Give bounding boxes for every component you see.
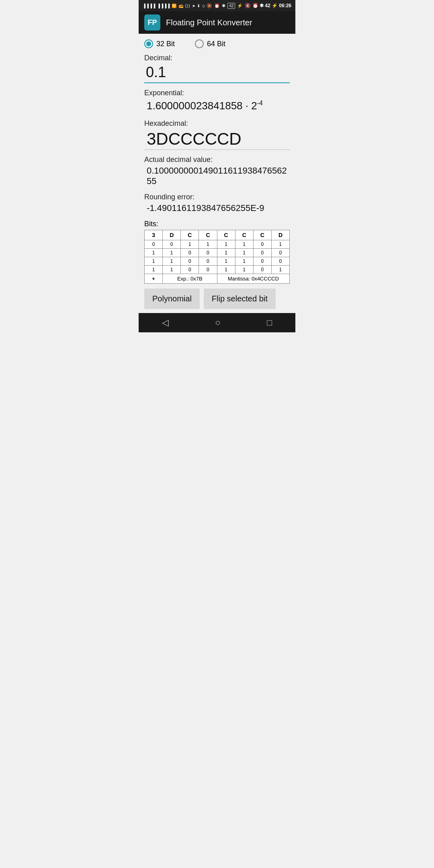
recent-button[interactable]: □ — [267, 317, 272, 328]
exponential-label: Exponential: — [144, 89, 290, 97]
actual-decimal-value: 0.10000000014901161193847656255 — [144, 165, 290, 187]
exp-indicator: Exp.: 0x7B — [163, 274, 217, 284]
bit-29[interactable]: 1 — [235, 266, 253, 274]
status-bar: ▐▐▐▐ ▐▐▐▐ 🛜 📻 ()) ➤ ⬇ ◇ 🔕 ⏰ ✱ 42 ⚡ 🔇 ⏰ ✱… — [139, 0, 295, 11]
hexadecimal-label: Hexadecimal: — [144, 119, 290, 128]
hex-digits-row: 3 D C C C C C D — [145, 230, 290, 240]
bit-27[interactable]: 0 — [199, 266, 217, 274]
bit-8[interactable]: 1 — [145, 249, 163, 257]
status-left: ▐▐▐▐ ▐▐▐▐ 🛜 📻 ()) ➤ ⬇ ◇ — [143, 4, 206, 8]
nfc-icon: 🔕 — [207, 3, 212, 8]
bit-16[interactable]: 1 — [145, 257, 163, 266]
decimal-input[interactable] — [144, 63, 290, 82]
decimal-label: Decimal: — [144, 54, 290, 62]
radio-32bit-circle[interactable] — [144, 39, 153, 48]
hex-digit-6[interactable]: C — [253, 230, 271, 240]
flip-bit-button[interactable]: Flip selected bit — [204, 289, 276, 309]
bit-19[interactable]: 0 — [199, 257, 217, 266]
app-bar: FP Floating Point Konverter — [139, 11, 295, 34]
bit-0[interactable]: 0 — [145, 240, 163, 249]
bit-12[interactable]: 1 — [217, 249, 235, 257]
signal-icons: ▐▐▐▐ ▐▐▐▐ 🛜 📻 ()) ➤ ⬇ ◇ — [143, 4, 206, 8]
bit-mode-selector[interactable]: 32 Bit 64 Bit — [144, 39, 290, 48]
action-buttons: Polynomial Flip selected bit — [144, 289, 290, 309]
hex-digit-3[interactable]: C — [199, 230, 217, 240]
hex-wrap: 3DCCCCCD — [144, 129, 290, 150]
bit-9[interactable]: 1 — [163, 249, 181, 257]
bit-5[interactable]: 1 — [235, 240, 253, 249]
actual-decimal-label: Actual decimal value: — [144, 156, 290, 164]
home-button[interactable]: ○ — [215, 317, 220, 328]
alarm-icon: ⏰ — [214, 3, 220, 8]
exponential-value: 1.600000023841858 · 2-4 — [144, 98, 290, 114]
bit-31[interactable]: 1 — [271, 266, 289, 274]
bit-17[interactable]: 1 — [163, 257, 181, 266]
nav-bar: ◁ ○ □ — [139, 313, 295, 332]
bit-26[interactable]: 0 — [181, 266, 199, 274]
bits-row-1: 0 0 1 1 1 1 0 1 — [145, 240, 290, 249]
app-title: Floating Point Konverter — [166, 18, 252, 27]
bit-10[interactable]: 0 — [181, 249, 199, 257]
hex-digit-1[interactable]: D — [163, 230, 181, 240]
bit-14[interactable]: 0 — [253, 249, 271, 257]
bit-21[interactable]: 1 — [235, 257, 253, 266]
hex-digit-2[interactable]: C — [181, 230, 199, 240]
bit-15[interactable]: 0 — [271, 249, 289, 257]
status-right: 🔕 ⏰ ✱ 42 ⚡ 🔇 ⏰ ✱ 42 ⚡ 06:26 — [207, 3, 291, 9]
bit-2[interactable]: 1 — [181, 240, 199, 249]
sign-indicator: + — [145, 274, 163, 284]
bits-label: Bits: — [144, 220, 290, 228]
exp-dot: · — [246, 100, 251, 112]
main-content: 32 Bit 64 Bit Decimal: Exponential: 1.60… — [139, 34, 295, 313]
bit-22[interactable]: 0 — [253, 257, 271, 266]
bit-11[interactable]: 0 — [199, 249, 217, 257]
app-icon: FP — [144, 14, 160, 31]
hex-value: 3DCCCCCD — [144, 129, 290, 149]
bits-table: 3 D C C C C C D 0 0 1 1 1 1 0 — [144, 230, 290, 284]
bit-25[interactable]: 1 — [163, 266, 181, 274]
bits-row-4: 1 1 0 0 1 1 0 1 — [145, 266, 290, 274]
hex-digit-5[interactable]: C — [235, 230, 253, 240]
bit-info-row: + Exp.: 0x7B Mantissa: 0x4CCCCD — [145, 274, 290, 284]
bit-13[interactable]: 1 — [235, 249, 253, 257]
bit-23[interactable]: 0 — [271, 257, 289, 266]
radio-64bit-label: 64 Bit — [207, 40, 225, 48]
bit-24[interactable]: 1 — [145, 266, 163, 274]
bit-6[interactable]: 0 — [253, 240, 271, 249]
exp-exponent: -4 — [257, 100, 263, 106]
decimal-input-wrap[interactable] — [144, 63, 290, 83]
charge-icon: ⚡ — [237, 3, 243, 8]
bit-7[interactable]: 1 — [271, 240, 289, 249]
radio-32bit[interactable]: 32 Bit — [144, 39, 175, 48]
rounding-error-label: Rounding error: — [144, 193, 290, 201]
bit-18[interactable]: 0 — [181, 257, 199, 266]
bit-3[interactable]: 1 — [199, 240, 217, 249]
exp-base: 2 — [251, 100, 257, 112]
polynomial-button[interactable]: Polynomial — [144, 289, 200, 309]
bits-row-3: 1 1 0 0 1 1 0 0 — [145, 257, 290, 266]
hex-digit-7[interactable]: D — [271, 230, 289, 240]
radio-64bit-circle[interactable] — [195, 39, 204, 48]
radio-64bit[interactable]: 64 Bit — [195, 39, 225, 48]
radio-32bit-label: 32 Bit — [156, 40, 175, 48]
back-button[interactable]: ◁ — [162, 317, 169, 328]
bit-20[interactable]: 1 — [217, 257, 235, 266]
bluetooth-icon: ✱ — [222, 3, 225, 8]
bit-1[interactable]: 0 — [163, 240, 181, 249]
time: 🔇 ⏰ ✱ 42 ⚡ 06:26 — [245, 3, 291, 8]
hex-digit-4[interactable]: C — [217, 230, 235, 240]
rounding-error-value: -1.4901161193847656255E-9 — [144, 202, 290, 214]
hex-digit-0[interactable]: 3 — [145, 230, 163, 240]
bit-28[interactable]: 1 — [217, 266, 235, 274]
bit-4[interactable]: 1 — [217, 240, 235, 249]
bits-table-wrap: 3 D C C C C C D 0 0 1 1 1 1 0 — [144, 230, 290, 284]
battery-icon: 42 — [227, 3, 235, 9]
exp-mantissa: 1.600000023841858 — [147, 100, 243, 112]
bit-30[interactable]: 0 — [253, 266, 271, 274]
mantissa-indicator: Mantissa: 0x4CCCCD — [217, 274, 290, 284]
bits-row-2: 1 1 0 0 1 1 0 0 — [145, 249, 290, 257]
